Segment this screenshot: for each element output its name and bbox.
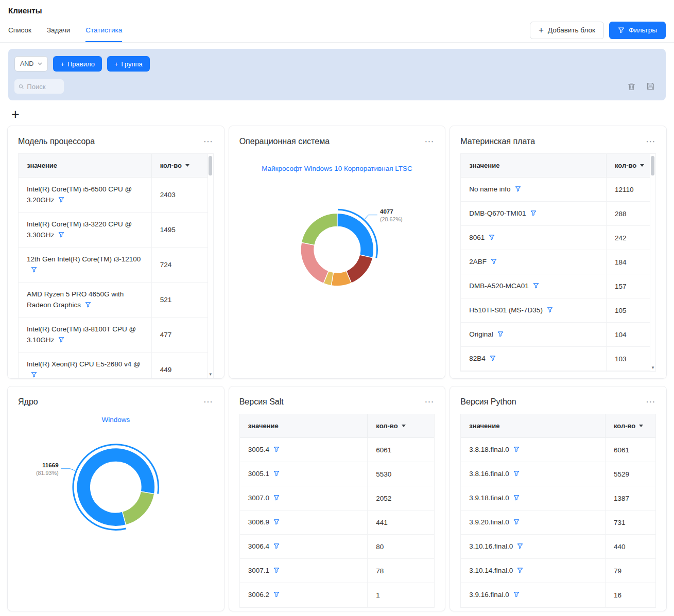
filter-funnel-icon[interactable] <box>490 354 496 364</box>
column-header-count[interactable]: кол-во <box>367 414 434 437</box>
save-icon[interactable] <box>647 82 654 91</box>
funnel-icon <box>618 27 625 33</box>
table-header: значениекол-во <box>19 154 213 178</box>
scrollbar-down-arrow[interactable]: ▾ <box>209 372 212 377</box>
scrollbar-thumb[interactable] <box>209 156 212 175</box>
scrollbar-thumb[interactable] <box>651 156 654 175</box>
cell-count: 99 <box>606 371 655 372</box>
add-group-button[interactable]: + Группа <box>107 56 150 72</box>
donut-segment[interactable] <box>301 213 337 245</box>
tab-statistics[interactable]: Статистика <box>85 18 122 42</box>
table-row: 3.9.18.final.01387 <box>461 486 655 511</box>
table-row: Intel(R) Core(TM) i5-6500 CPU @ 3.20GHz2… <box>19 178 213 213</box>
operator-select[interactable]: AND <box>14 56 48 72</box>
scrollbar-down-arrow[interactable]: ▾ <box>652 365 654 370</box>
donut-segment[interactable] <box>346 255 372 283</box>
tab-list[interactable]: Список <box>8 18 31 42</box>
add-block-button[interactable]: + Добавить блок <box>530 22 604 39</box>
filter-funnel-icon[interactable] <box>31 370 37 378</box>
card-menu-button[interactable]: ⋯ <box>203 136 214 146</box>
card-menu-button[interactable]: ⋯ <box>424 397 435 407</box>
filter-funnel-icon[interactable] <box>58 230 64 241</box>
column-header-value[interactable]: значение <box>240 414 368 437</box>
chart-category-label[interactable]: Windows <box>18 416 214 424</box>
cell-count: 16 <box>605 583 655 607</box>
cell-value: 3.9.16.final.0 <box>461 583 605 607</box>
search-input[interactable] <box>27 83 60 91</box>
column-header-count[interactable]: кол-во <box>151 154 213 177</box>
donut-segment[interactable] <box>337 213 373 258</box>
cell-count: 477 <box>151 318 213 352</box>
card-menu-button[interactable]: ⋯ <box>424 136 435 146</box>
cell-count: 449 <box>151 353 213 378</box>
card-salt-version: Версия Salt ⋯ значениекол-во3005.4606130… <box>229 386 446 611</box>
filter-funnel-icon[interactable] <box>513 469 520 480</box>
card-title: Версия Python <box>460 397 516 407</box>
filter-funnel-icon[interactable] <box>513 445 520 455</box>
column-header-count[interactable]: кол-во <box>606 154 655 177</box>
column-header-value[interactable]: значение <box>19 154 151 177</box>
add-rule-button[interactable]: + Правило <box>53 56 102 72</box>
cell-count: 731 <box>605 511 655 534</box>
donut-segment[interactable] <box>301 242 329 283</box>
table-row: H510TI-S01 (MS-7D35)105 <box>461 298 655 323</box>
filter-funnel-icon[interactable] <box>530 208 537 219</box>
filter-funnel-icon[interactable] <box>273 493 280 504</box>
filter-funnel-icon[interactable] <box>491 257 497 268</box>
filter-funnel-icon[interactable] <box>533 281 539 292</box>
filter-funnel-icon[interactable] <box>489 233 495 243</box>
table-row: 12th Gen Intel(R) Core(TM) i3-12100724 <box>19 248 213 283</box>
add-group-label: Группа <box>122 60 143 68</box>
scrollbar[interactable]: ▾ <box>650 154 655 371</box>
filter-funnel-icon[interactable] <box>273 541 280 552</box>
column-header-value[interactable]: значение <box>461 414 605 437</box>
table-row: 3.10.14.final.079 <box>461 559 655 583</box>
filter-funnel-icon[interactable] <box>547 305 553 316</box>
table-row: 3006.480 <box>240 535 435 559</box>
donut-segment[interactable] <box>123 491 154 525</box>
filter-funnel-icon[interactable] <box>273 445 280 455</box>
search-box[interactable] <box>14 79 64 94</box>
card-header: Материнская плата ⋯ <box>460 136 656 146</box>
filters-button[interactable]: Фильтры <box>609 22 666 39</box>
filter-funnel-icon[interactable] <box>58 335 64 346</box>
cell-count: 1 <box>367 583 434 607</box>
column-header-value[interactable]: значение <box>461 154 606 177</box>
filter-funnel-icon[interactable] <box>31 265 37 276</box>
filter-funnel-icon[interactable] <box>513 493 520 504</box>
card-menu-button[interactable]: ⋯ <box>203 397 214 407</box>
filter-funnel-icon[interactable] <box>517 566 523 576</box>
filter-builder-panel: AND + Правило + Группа <box>8 49 666 100</box>
card-menu-button[interactable]: ⋯ <box>646 397 656 407</box>
scrollbar[interactable]: ▾ <box>208 154 213 378</box>
sort-desc-icon <box>640 164 644 167</box>
cell-count: 521 <box>151 283 213 317</box>
cell-count: 440 <box>605 535 655 558</box>
table-body: 3005.460613005.155303007.020523006.94413… <box>240 438 435 607</box>
column-header-count[interactable]: кол-во <box>605 414 655 437</box>
filter-funnel-icon[interactable] <box>497 329 504 340</box>
chart-category-label[interactable]: Майкрософт Windows 10 Корпоративная LTSC <box>239 165 435 172</box>
filter-funnel-icon[interactable] <box>273 566 280 576</box>
card-title: Ядро <box>18 397 38 407</box>
add-widget-button[interactable]: + <box>11 108 23 121</box>
filter-funnel-icon[interactable] <box>513 590 520 601</box>
cell-count: 288 <box>606 202 655 225</box>
filter-funnel-icon[interactable] <box>273 517 280 528</box>
filter-funnel-icon[interactable] <box>513 517 520 528</box>
filter-funnel-icon[interactable] <box>517 541 523 552</box>
table-row: 3005.46061 <box>240 438 435 462</box>
operator-value: AND <box>20 60 33 67</box>
cell-value: Intel(R) Xeon(R) CPU E5-2680 v4 @ <box>19 353 151 378</box>
filter-funnel-icon[interactable] <box>85 300 91 311</box>
page-title: Клиенты <box>0 0 674 15</box>
table-row: 3.10.16.final.0440 <box>461 535 655 559</box>
filter-funnel-icon[interactable] <box>515 184 521 195</box>
filter-funnel-icon[interactable] <box>273 469 280 480</box>
filter-funnel-icon[interactable] <box>273 590 280 601</box>
card-menu-button[interactable]: ⋯ <box>646 136 656 146</box>
table-row: AMD Ryzen 5 PRO 4650G with Radeon Graphi… <box>19 283 213 318</box>
tab-tasks[interactable]: Задачи <box>47 18 70 42</box>
delete-icon[interactable] <box>628 82 635 91</box>
filter-funnel-icon[interactable] <box>58 195 64 206</box>
